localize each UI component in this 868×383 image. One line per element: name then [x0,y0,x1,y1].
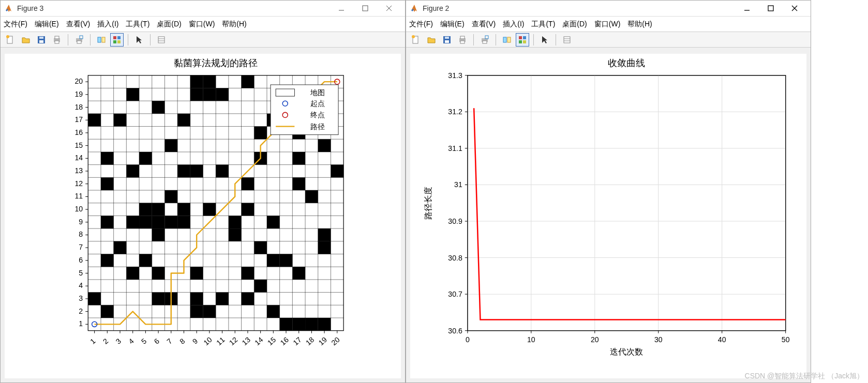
close-button[interactable] [377,1,401,16]
menu-insert[interactable]: 插入(I) [503,20,524,29]
svg-text:7: 7 [79,243,83,251]
print-icon[interactable] [456,33,469,47]
svg-text:14: 14 [253,335,264,347]
print-sel-icon[interactable] [478,33,491,47]
open-folder-icon[interactable] [19,33,33,47]
svg-text:起点: 起点 [310,99,325,108]
cursor-icon[interactable] [538,33,551,47]
menu-file[interactable]: 文件(F) [409,20,433,29]
svg-text:16: 16 [279,335,290,347]
svg-rect-132 [305,318,318,331]
menu-tools[interactable]: 工具(T) [531,20,555,29]
cursor-icon[interactable] [132,33,146,47]
close-button[interactable] [783,1,806,16]
svg-rect-82 [280,254,293,267]
svg-text:地图: 地图 [310,88,325,97]
minimize-button[interactable] [735,1,759,16]
menu-help[interactable]: 帮助(H) [627,20,652,29]
svg-rect-79 [101,254,114,267]
svg-rect-90 [126,216,139,229]
svg-rect-66 [267,305,280,318]
menu-help[interactable]: 帮助(H) [222,20,246,29]
menu-desktop[interactable]: 桌面(D) [562,20,587,29]
menu-file[interactable]: 文件(F) [4,20,27,29]
svg-text:8: 8 [79,231,83,239]
svg-text:18: 18 [304,335,316,347]
svg-text:11: 11 [215,335,226,347]
svg-rect-121 [114,114,127,127]
titlebar[interactable]: Figure 2 [406,1,811,17]
maximize-button[interactable] [759,1,783,16]
menu-view[interactable]: 查看(V) [66,20,91,29]
linked-axes-icon[interactable] [95,33,108,47]
menu-desktop[interactable]: 桌面(D) [157,20,181,29]
svg-rect-231 [768,6,773,11]
svg-rect-134 [190,88,203,101]
svg-text:30: 30 [654,335,663,344]
menu-window[interactable]: 窗口(W) [189,20,215,29]
svg-text:5: 5 [79,269,83,277]
svg-text:20: 20 [591,335,599,344]
svg-text:2: 2 [101,336,110,345]
svg-rect-103 [305,190,318,203]
svg-rect-91 [139,216,152,229]
svg-text:路径: 路径 [310,122,325,131]
convergence-chart: 0102030405030.630.730.830.93131.131.231.… [410,54,806,378]
menu-tools[interactable]: 工具(T) [126,20,149,29]
print-icon[interactable] [50,33,64,47]
svg-text:11: 11 [74,192,83,201]
grid-map-chart: 1234567891011121314151617181920123456789… [5,54,401,378]
maximize-button[interactable] [353,1,377,16]
new-file-icon[interactable] [4,33,17,47]
menu-edit[interactable]: 编辑(E) [35,20,59,29]
svg-text:5: 5 [140,336,148,345]
save-icon[interactable] [35,33,48,47]
svg-rect-96 [267,216,280,229]
svg-rect-133 [318,318,331,331]
svg-rect-137 [203,75,216,88]
menu-view[interactable]: 查看(V) [472,20,496,29]
svg-rect-130 [280,318,293,331]
svg-rect-237 [445,40,449,43]
svg-text:40: 40 [718,335,726,344]
svg-text:50: 50 [782,335,790,344]
toolbar [1,32,405,48]
svg-text:20: 20 [330,335,341,347]
minimize-button[interactable] [330,1,353,16]
new-file-icon[interactable] [409,33,423,47]
menu-insert[interactable]: 插入(I) [97,20,118,29]
svg-text:收敛曲线: 收敛曲线 [608,58,645,68]
open-folder-icon[interactable] [425,33,438,47]
svg-rect-107 [126,165,139,178]
window-title: Figure 3 [17,4,330,12]
axes-area[interactable]: 1234567891011121314151617181920123456789… [1,48,405,382]
insert-colorbar-icon[interactable] [560,33,574,47]
brush-icon[interactable] [110,33,124,47]
svg-text:19: 19 [317,335,328,347]
print-sel-icon[interactable] [72,33,86,47]
menu-window[interactable]: 窗口(W) [594,20,621,29]
titlebar[interactable]: Figure 3 [1,1,405,17]
insert-colorbar-icon[interactable] [155,33,168,47]
svg-rect-16 [102,37,105,42]
svg-rect-7 [39,40,43,43]
linked-axes-icon[interactable] [500,33,514,47]
svg-rect-97 [139,203,152,216]
svg-rect-105 [242,177,255,190]
svg-rect-15 [98,37,101,42]
svg-text:终点: 终点 [310,111,325,119]
brush-icon[interactable] [516,33,529,47]
svg-text:13: 13 [74,166,83,175]
axes-area[interactable]: 0102030405030.630.730.830.93131.131.231.… [406,48,811,382]
svg-rect-240 [460,36,465,39]
toolbar [406,32,811,48]
svg-text:0: 0 [466,335,470,344]
svg-rect-92 [152,216,165,229]
menu-edit[interactable]: 编辑(E) [440,20,465,29]
svg-rect-87 [229,228,242,241]
svg-rect-131 [292,318,305,331]
svg-rect-120 [88,114,101,127]
svg-point-235 [412,35,415,38]
save-icon[interactable] [440,33,454,47]
svg-rect-18 [117,36,121,39]
